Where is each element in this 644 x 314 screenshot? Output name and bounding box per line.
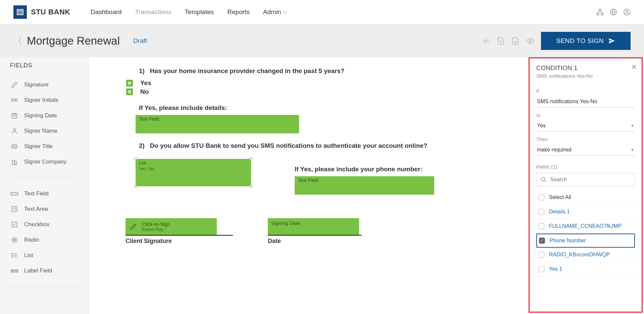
- doc-settings-icon[interactable]: [511, 37, 519, 45]
- sidebar-heading: FIELDS: [10, 62, 78, 69]
- back-icon[interactable]: 〈: [13, 35, 22, 47]
- send-to-sign-button[interactable]: SEND TO SIGN: [541, 32, 631, 50]
- user-icon[interactable]: [623, 8, 631, 16]
- nav-dashboard[interactable]: Dashboard: [91, 8, 122, 16]
- field-item-radio[interactable]: RADIO_KBvconrDHWQP: [536, 248, 635, 262]
- doc-plus-icon[interactable]: [497, 37, 505, 45]
- chevron-down-icon: ▽: [283, 10, 287, 15]
- condition-panel: ✕ CONDITION 1 SMS notifications Yes-No I…: [529, 57, 643, 313]
- date-line: [268, 235, 362, 236]
- send-icon: [608, 38, 615, 44]
- fields-sidebar: FIELDS Signature RR Signer Initials 17 S…: [0, 57, 89, 314]
- resize-handle[interactable]: [134, 185, 137, 188]
- initials-icon: RR: [11, 97, 18, 104]
- eye-icon[interactable]: [526, 37, 534, 45]
- svg-point-20: [515, 41, 516, 43]
- text-field-phone[interactable]: Text Field: [295, 176, 434, 195]
- field-checkbox[interactable]: Checkbox: [10, 217, 78, 232]
- svg-rect-6: [597, 14, 599, 15]
- search-input[interactable]: [550, 177, 631, 183]
- hierarchy-icon[interactable]: [596, 8, 604, 16]
- field-item-fullname[interactable]: FULLNAME_CCNEAO7fkJMP: [536, 219, 635, 234]
- field-item-details1[interactable]: Details 1: [536, 205, 635, 219]
- resize-handle[interactable]: [250, 185, 252, 188]
- brand-name: STU BANK: [31, 8, 70, 16]
- checkbox-field[interactable]: [126, 88, 133, 95]
- svg-rect-7: [601, 14, 603, 15]
- svg-point-21: [529, 40, 531, 42]
- field-initials[interactable]: RR Signer Initials: [10, 92, 78, 108]
- field-signing-date[interactable]: 17 Signing Date: [10, 108, 78, 123]
- condition-title: CONDITION 1: [536, 64, 635, 72]
- field-text-area[interactable]: Text Area: [10, 201, 78, 217]
- checkbox[interactable]: [538, 223, 544, 229]
- condition-subtitle: SMS notifications Yes-No: [536, 73, 635, 79]
- field-signer-name[interactable]: Signer Name: [10, 123, 78, 139]
- svg-point-44: [12, 257, 13, 258]
- field-signature[interactable]: Signature: [10, 77, 78, 92]
- nav-reports[interactable]: Reports: [227, 8, 250, 16]
- nav-admin[interactable]: Admin▽: [263, 8, 287, 16]
- svg-point-16: [626, 10, 628, 12]
- gear-icon[interactable]: [482, 37, 490, 45]
- building-icon: [11, 158, 18, 166]
- if-yes-phone-label: If Yes, please include your phone number…: [295, 166, 434, 173]
- svg-point-27: [13, 129, 16, 131]
- checkbox[interactable]: [538, 266, 544, 272]
- field-radio[interactable]: Radio: [10, 232, 78, 248]
- nav-transactions[interactable]: Transactions: [135, 8, 171, 16]
- svg-rect-28: [12, 145, 17, 148]
- field-list[interactable]: List: [10, 248, 78, 263]
- resize-handle[interactable]: [134, 158, 137, 160]
- field-item-phone[interactable]: ✓ Phone Number: [536, 234, 635, 248]
- checkbox[interactable]: [538, 194, 544, 200]
- signature-line: [126, 235, 233, 236]
- svg-point-29: [13, 146, 14, 147]
- svg-text:17: 17: [14, 115, 16, 118]
- page-header: 〈 Mortgage Renewal Draft SEND TO SIGN: [0, 24, 644, 57]
- close-icon[interactable]: ✕: [631, 63, 637, 71]
- logo[interactable]: STU BANK: [13, 5, 70, 19]
- calendar-icon: 17: [11, 112, 18, 119]
- then-select[interactable]: make required▼: [536, 144, 635, 156]
- date-column: Signing Date Date: [268, 218, 362, 245]
- signature-field[interactable]: Click-to-Sign Robert Ray: [126, 218, 217, 235]
- list-icon: [11, 252, 18, 259]
- divider: [10, 178, 78, 178]
- svg-rect-35: [11, 193, 18, 195]
- field-label[interactable]: Label Field: [10, 263, 78, 278]
- fields-list: Select All Details 1 FULLNAME_CCNEAO7fkJ…: [536, 190, 635, 276]
- checkbox-icon: [11, 221, 18, 228]
- field-text-field[interactable]: Text Field: [10, 186, 78, 201]
- radio-icon: [11, 236, 18, 244]
- checkbox[interactable]: [538, 252, 544, 258]
- checkbox-field[interactable]: [126, 80, 133, 86]
- fields-search[interactable]: [536, 173, 635, 186]
- fields-count-label: Fields (1): [536, 164, 635, 170]
- field-item-yes1[interactable]: Yes 1: [536, 262, 635, 276]
- top-nav: STU BANK Dashboard Transactions Template…: [0, 0, 644, 24]
- topnav-right: [596, 8, 631, 16]
- svg-rect-33: [14, 161, 16, 164]
- if-select[interactable]: SMS notifications Yes-No: [536, 96, 635, 108]
- globe-icon[interactable]: [610, 8, 617, 16]
- nav-templates[interactable]: Templates: [185, 8, 214, 16]
- checkbox-checked[interactable]: ✓: [539, 238, 545, 244]
- signing-date-field[interactable]: Signing Date: [268, 218, 359, 235]
- field-signer-company[interactable]: Signer Company: [10, 154, 78, 170]
- date-label: Date: [268, 238, 362, 245]
- checkbox[interactable]: [538, 209, 544, 215]
- divider: [10, 287, 78, 287]
- then-label: Then: [536, 136, 635, 142]
- client-signature-label: Client Signature: [126, 238, 233, 245]
- svg-point-42: [12, 255, 13, 256]
- list-field-sms[interactable]: List Yes, No: [136, 159, 251, 186]
- is-label: Is: [536, 112, 635, 118]
- select-all-item[interactable]: Select All: [536, 190, 635, 205]
- field-signer-title[interactable]: Signer Title: [10, 139, 78, 154]
- page-title: Mortgage Renewal: [27, 35, 120, 47]
- svg-point-39: [14, 239, 15, 241]
- resize-handle[interactable]: [250, 158, 252, 160]
- text-field-details[interactable]: Text Field: [136, 115, 299, 133]
- is-select[interactable]: Yes▼: [536, 120, 635, 132]
